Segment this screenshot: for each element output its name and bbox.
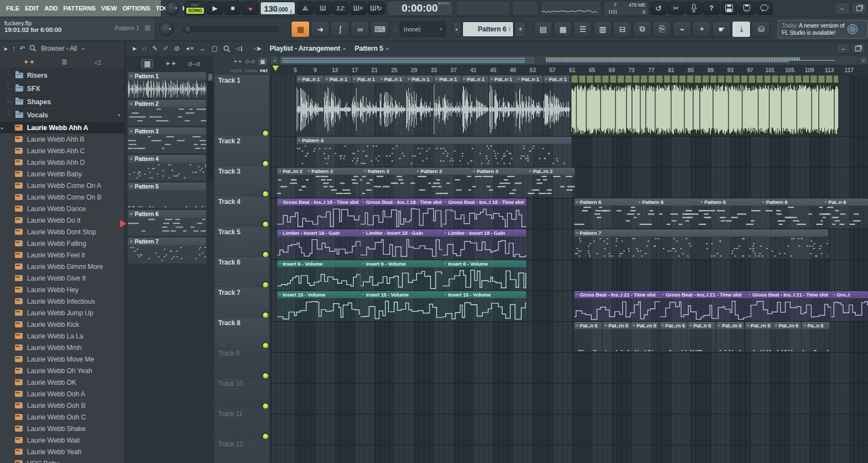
step-jump-button[interactable]: ➜ [311,21,330,37]
browser-item[interactable]: Laurie Webb Mmh [0,342,125,353]
pattern-entry-header[interactable]: ≡Pattern 2 [128,100,206,107]
pattern-thumbnail[interactable] [128,245,206,263]
search-icon[interactable] [29,45,36,52]
playlist-clip[interactable]: ~Limiter - Insert 18 - Gain [360,229,443,259]
hdr-audio-icon[interactable]: ✦✦ [233,58,242,64]
playlist-clip[interactable]: ≡Pattern 4 [296,137,572,166]
playlist-subtitle[interactable]: Pattern 5 [354,45,383,52]
time-display[interactable]: M:S:CS 0:00:00 [387,1,453,16]
browser-item[interactable]: Laurie Webb Jump Up [0,307,125,319]
shuffle-slider[interactable] [182,26,279,32]
menu-view[interactable]: VIEW [99,5,120,12]
minimize-button[interactable]: – [834,2,850,14]
browser-item[interactable]: Laurie Webb Dance [0,203,125,214]
folder-risers[interactable]: Risers [0,69,125,82]
playlist-clip[interactable]: ≡Pat..rn 5 [660,322,687,352]
playlist-clip[interactable]: ≡Pattern 3 [471,168,527,197]
minimap-track[interactable] [280,56,858,64]
playlist-clip[interactable]: ≡Pat..n 1 [461,76,488,136]
select-tool-icon[interactable]: ▢ [212,45,218,52]
pattern-thumbnail[interactable] [128,163,206,181]
browser-item[interactable]: Laurie Webb Ahh A [0,122,125,133]
playlist-clip[interactable]: ~Gross Beat - Ins..t 21 - Time slot [747,291,831,321]
browser-item[interactable]: Laurie Webb Yeah [0,446,125,457]
view-mixer-button[interactable]: ▥ [593,21,612,37]
shop-button[interactable]: ⛁ [752,21,770,37]
scroll-left-button[interactable]: < [270,56,279,65]
playlist-clip[interactable]: ~Insert 6 - Volume [277,260,360,290]
browser-item[interactable]: Laurie Webb Come On A [0,180,125,191]
view-browser-button[interactable]: ⊟ [613,21,632,37]
browser-title[interactable]: Browser - All [41,45,77,52]
track-lane[interactable]: ≡Pat..rn 2≡Pattern 3≡Pattern 3≡Pattern 3… [270,168,868,198]
playlist-clip[interactable]: ≡Pat..n 5 [688,322,715,352]
playlist-clip[interactable]: ≡Pattern 6 [574,198,637,228]
blend-recording-button[interactable]: Ш+ [350,2,366,15]
view-picker-button[interactable]: ⧉ [633,21,651,37]
recording-mic-button[interactable] [686,2,702,15]
main-pitch-knob[interactable] [159,22,174,36]
track-lane[interactable] [270,445,868,463]
pattern-entry-header[interactable]: ≡Pattern 4 [128,155,206,163]
browser-item[interactable]: Laurie Webb Ahh B [0,133,125,145]
playlist-clip[interactable]: ~Gross Beat - Ins..t 18 - Time slot [360,198,443,228]
track-options[interactable]: ... [218,190,224,195]
paint-tool-icon[interactable]: ✐ [163,45,169,52]
pattern-entry-header[interactable]: ≡Pattern 1 [128,72,206,80]
pattern-thumbnail[interactable] [128,190,206,208]
delete-tool-icon[interactable]: ⊘ [174,45,180,52]
picker-tab-note[interactable]: NOTE [230,68,242,73]
browser-item[interactable]: Laurie Webb Come On B [0,191,125,203]
browser-item[interactable]: Laurie Webb Baby [0,168,125,180]
playlist-restore-button[interactable] [851,44,865,53]
step-edit-button[interactable]: ▦ [291,21,310,37]
scroll-right-button[interactable]: > [859,56,868,65]
playlist-clip[interactable]: ~Limiter - Insert 18 - Gain [277,229,360,259]
picker-automation-icon[interactable]: σ–σ [188,60,201,68]
menu-patterns[interactable]: PATTERNS [61,5,99,12]
playlist-clip[interactable]: ≡Pat..rn 5 [773,322,801,352]
playlist-clip[interactable]: ~Insert 6 - Volume [360,260,443,290]
playlist-clip[interactable]: ~Gross Beat - Ins..t 18 - Time slot [443,198,526,228]
browser-item[interactable]: VOC Baby [0,457,125,463]
browser-item[interactable]: Laurie Webb Oh Yeah [0,365,125,376]
pattern-entry-header[interactable]: ≡Pattern 5 [128,182,206,190]
browser-item[interactable]: Laurie Webb Do It [0,214,125,226]
playlist-minimize-button[interactable]: – [837,44,850,53]
playlist-clip[interactable]: ≡Pat..n 1 [296,76,324,136]
playlist-clip[interactable]: ~Insert 15 - Volume [277,291,360,321]
hdr-automation-icon[interactable]: σ–σ [245,58,255,64]
pattern-spinner[interactable]: ▲▼ [508,26,511,32]
pattern-thumbnail[interactable] [128,218,206,236]
playlist-clip[interactable]: ≡Pat..n 1 [434,76,461,136]
browser-item[interactable]: Laurie Webb Wait [0,434,125,446]
undo-button[interactable]: ↺ [650,2,667,15]
track-header[interactable]: Track 11... [215,408,269,438]
pattern-list-scrollbar[interactable]: ❙ [207,72,213,182]
track-lane[interactable]: ~Insert 6 - Volume~Insert 6 - Volume~Ins… [270,260,868,291]
pattern-entry-header[interactable]: ≡Pattern 3 [128,127,206,135]
view-channel-rack-button[interactable]: ☰ [573,21,592,37]
playlist-clip[interactable]: ≡Pattern 7 [574,229,828,259]
browser-item[interactable]: Laurie Webb Hey [0,284,125,295]
folder-shapes[interactable]: Shapes [0,95,125,109]
playlist-clip[interactable]: ≡Pattern 3 [415,168,471,197]
playlist-clip[interactable]: ≡Pat..n 1 [406,76,433,136]
countdown-button[interactable]: 3.2: [332,2,349,15]
picker-tab-chan[interactable]: CHAN [245,68,257,73]
remote-control-button[interactable]: ⌖ [692,21,711,37]
track-header[interactable]: Track 4... [215,196,269,226]
picker-audio-icon[interactable]: ✦✦ [165,60,176,68]
feedback-button[interactable] [756,2,773,15]
track-header[interactable]: Track 2... [215,136,269,165]
track-options[interactable]: ... [218,250,224,256]
picker-tab-pat[interactable]: PAT [260,68,268,73]
pattern-selector[interactable]: Pattern 6 ▲▼ [462,21,514,37]
browser-item[interactable]: Laurie Webb OK [0,376,125,388]
track-header[interactable]: Track 10... [215,378,269,408]
record-button[interactable]: ● [242,2,258,15]
typing-keyboard-button[interactable]: ⌨ [370,21,389,37]
track-options[interactable]: ... [218,311,224,316]
playlist-clip[interactable]: ≡Pat..rn 5 [745,322,773,352]
browser-item[interactable]: Laurie Webb Gimmi More [0,261,125,272]
